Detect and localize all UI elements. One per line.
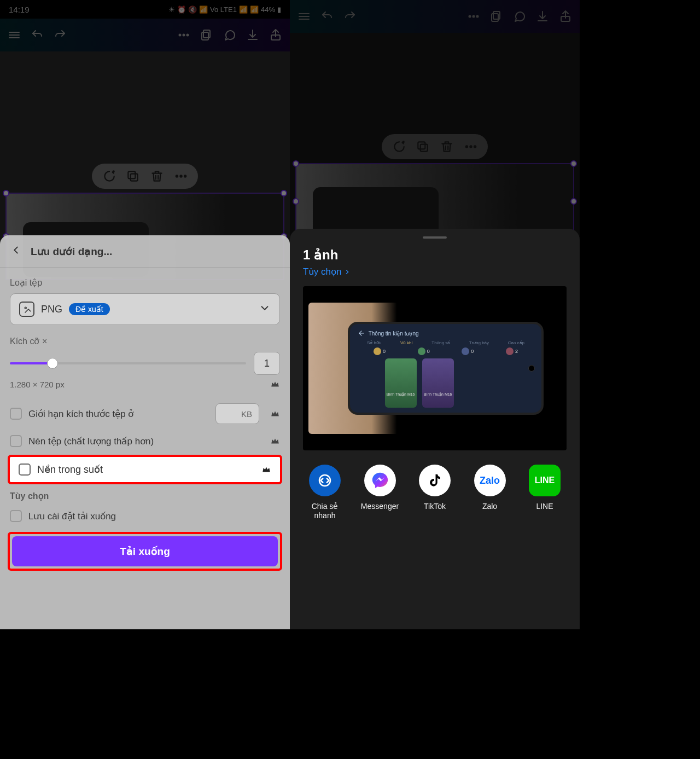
- game-cards: Bình Thuận M16 Bình Thuận M16: [385, 358, 534, 408]
- compress-checkbox[interactable]: [10, 435, 22, 447]
- kb-input[interactable]: KB: [215, 403, 259, 424]
- transparent-label: Nền trong suốt: [37, 463, 103, 476]
- compress-row[interactable]: Nén tệp (chất lượng thấp hơn): [10, 430, 280, 453]
- tiktok-icon: [419, 465, 451, 496]
- camera-notch: [528, 365, 535, 372]
- game-header: Thông tin kiện tượng: [358, 329, 534, 337]
- transparent-checkbox[interactable]: [19, 463, 31, 476]
- share-apps-row: Chia sẻ nhanh Messenger TikTok Zalo Zalo…: [303, 461, 567, 524]
- size-value[interactable]: 1: [254, 352, 280, 375]
- share-app-line[interactable]: LINE LINE: [523, 465, 567, 520]
- size-slider[interactable]: [10, 362, 246, 364]
- limit-label: Giới hạn kích thước tệp ở: [28, 408, 133, 420]
- file-type-value: PNG: [41, 304, 62, 315]
- share-options-link[interactable]: Tùy chọn: [303, 266, 567, 277]
- game-stats: 0 0 0 2: [358, 347, 534, 355]
- line-icon: LINE: [529, 465, 561, 496]
- dimensions-text: 1.280 × 720 px: [10, 380, 65, 389]
- image-preview[interactable]: Thông tin kiện tượng Sở hữu Vũ khí Thông…: [303, 286, 567, 450]
- crown-icon: [270, 436, 280, 446]
- quickshare-icon: [309, 465, 341, 496]
- share-app-zalo[interactable]: Zalo Zalo: [468, 465, 512, 520]
- crown-icon: [261, 465, 271, 474]
- share-app-quickshare[interactable]: Chia sẻ nhanh: [303, 465, 347, 520]
- crown-icon: [270, 409, 280, 419]
- recommended-badge: Đề xuất: [69, 303, 110, 315]
- file-type-select[interactable]: PNG Đề xuất: [10, 293, 280, 325]
- save-settings-checkbox[interactable]: [10, 510, 22, 522]
- crown-icon: [270, 379, 280, 389]
- svg-point-16: [25, 307, 26, 309]
- file-type-label: Loại tệp: [10, 277, 280, 288]
- drag-handle[interactable]: [423, 236, 447, 239]
- size-label: Kích cỡ ×: [10, 336, 280, 346]
- transparent-bg-row[interactable]: Nền trong suốt: [8, 455, 282, 484]
- back-icon[interactable]: [10, 244, 22, 258]
- compress-label: Nén tệp (chất lượng thấp hơn): [28, 436, 154, 447]
- sheet-title: Lưu dưới dạng...: [31, 245, 112, 258]
- limit-filesize-row[interactable]: Giới hạn kích thước tệp ở KB: [10, 398, 280, 430]
- save-settings-label: Lưu cài đặt tải xuống: [28, 511, 116, 522]
- limit-checkbox[interactable]: [10, 408, 22, 420]
- save-settings-row[interactable]: Lưu cài đặt tải xuống: [10, 505, 280, 528]
- zalo-icon: Zalo: [474, 465, 506, 496]
- save-as-sheet: Lưu dưới dạng... Loại tệp PNG Đề xuất Kí…: [0, 235, 290, 629]
- options-label: Tùy chọn: [10, 491, 280, 501]
- messenger-icon: [364, 465, 396, 496]
- game-tabs: Sở hữu Vũ khí Thông số Trưng bày Cao cấp: [358, 340, 534, 345]
- image-icon: [19, 302, 34, 317]
- share-app-messenger[interactable]: Messenger: [358, 465, 402, 520]
- share-sheet: 1 ảnh Tùy chọn Thông tin kiện tượng Sở h…: [290, 229, 580, 629]
- share-app-tiktok[interactable]: TikTok: [413, 465, 457, 520]
- download-button[interactable]: Tải xuống: [12, 536, 278, 566]
- share-title: 1 ảnh: [303, 247, 567, 263]
- chevron-down-icon: [259, 302, 271, 316]
